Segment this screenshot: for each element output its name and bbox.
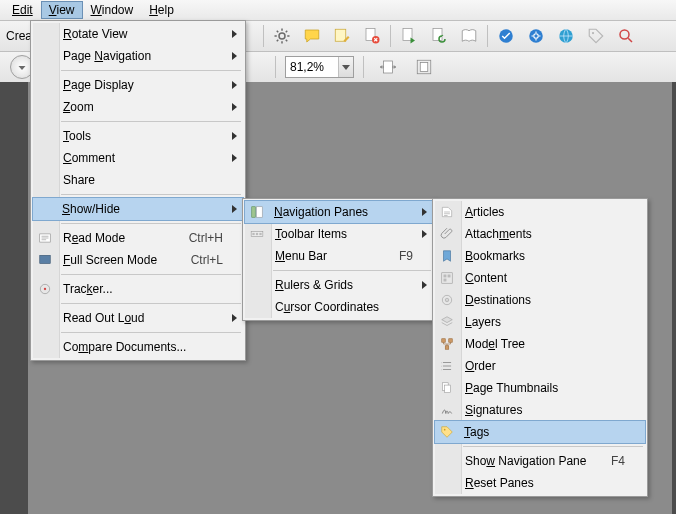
mi-reset-panes[interactable]: Reset Panes: [435, 472, 645, 494]
attachments-icon: [439, 226, 455, 242]
zoom-dropdown-button[interactable]: [338, 57, 353, 77]
mi-cursor-coordinates[interactable]: Cursor Coordinates: [245, 296, 433, 318]
destinations-icon: [439, 292, 455, 308]
menu-window[interactable]: Window: [83, 1, 142, 19]
svg-rect-27: [448, 275, 451, 278]
mi-show-hide[interactable]: Show/Hide: [32, 197, 244, 221]
svg-point-7: [529, 29, 543, 43]
zoom-combo[interactable]: [285, 56, 354, 78]
svg-rect-28: [444, 279, 447, 282]
toolbar-items-icon: [249, 226, 265, 242]
svg-rect-23: [256, 233, 258, 235]
doc-delete-icon[interactable]: [361, 25, 383, 47]
navpanes-icon: [249, 204, 265, 220]
thumbnails-icon: [439, 380, 455, 396]
read-mode-icon: [37, 230, 53, 246]
zoom-input[interactable]: [286, 60, 338, 74]
mi-navigation-panes[interactable]: Navigation Panes: [244, 200, 434, 224]
mi-rotate-view[interactable]: Rotate View: [33, 23, 243, 45]
svg-rect-24: [259, 233, 261, 235]
mi-model-tree[interactable]: Model Tree: [435, 333, 645, 355]
svg-point-37: [444, 429, 446, 431]
mi-share[interactable]: Share: [33, 169, 243, 191]
svg-rect-26: [444, 275, 447, 278]
mi-tools[interactable]: Tools: [33, 125, 243, 147]
svg-rect-33: [449, 339, 453, 343]
mi-tags[interactable]: Tags: [434, 420, 646, 444]
doc-next-icon[interactable]: [398, 25, 420, 47]
doc-refresh-icon[interactable]: [428, 25, 450, 47]
menu-edit[interactable]: Edit: [4, 1, 41, 19]
svg-rect-25: [442, 273, 453, 284]
nav-sidebar[interactable]: [0, 82, 28, 514]
svg-point-11: [620, 30, 629, 39]
bookmarks-icon: [439, 248, 455, 264]
mi-page-thumbnails[interactable]: Page Thumbnails: [435, 377, 645, 399]
globe-icon[interactable]: [555, 25, 577, 47]
mi-destinations[interactable]: Destinations: [435, 289, 645, 311]
svg-rect-34: [445, 346, 449, 350]
menu-help[interactable]: Help: [141, 1, 182, 19]
svg-rect-12: [384, 61, 393, 73]
svg-point-0: [279, 33, 285, 39]
menubar: Edit View Window Help: [0, 0, 676, 21]
layers-icon: [439, 314, 455, 330]
mi-read-out-loud[interactable]: Read Out Loud: [33, 307, 243, 329]
check-gear-icon[interactable]: [525, 25, 547, 47]
svg-rect-20: [256, 207, 262, 218]
model-tree-icon: [439, 336, 455, 352]
tags-icon: [439, 424, 455, 440]
create-label: Crea: [6, 29, 32, 43]
svg-rect-32: [442, 339, 446, 343]
mi-content[interactable]: Content: [435, 267, 645, 289]
navpanes-menu: Articles Attachments Bookmarks Content D…: [432, 198, 648, 497]
mi-layers[interactable]: Layers: [435, 311, 645, 333]
mi-comment[interactable]: Comment: [33, 147, 243, 169]
tracker-icon: [37, 281, 53, 297]
svg-rect-14: [420, 63, 428, 72]
mi-full-screen[interactable]: Full Screen ModeCtrl+L: [33, 249, 243, 271]
svg-point-10: [592, 32, 594, 34]
signatures-icon: [439, 402, 455, 418]
content-icon: [439, 270, 455, 286]
search-red-icon[interactable]: [615, 25, 637, 47]
svg-point-31: [446, 299, 447, 300]
svg-rect-36: [445, 385, 451, 393]
svg-point-18: [44, 288, 46, 290]
mi-signatures[interactable]: Signatures: [435, 399, 645, 421]
mi-attachments[interactable]: Attachments: [435, 223, 645, 245]
mi-order[interactable]: Order: [435, 355, 645, 377]
mi-tracker[interactable]: Tracker...: [33, 278, 243, 300]
mi-page-navigation[interactable]: Page Navigation: [33, 45, 243, 67]
order-icon: [439, 358, 455, 374]
showhide-menu: Navigation Panes Toolbar Items Menu BarF…: [242, 198, 436, 321]
svg-rect-16: [40, 255, 51, 263]
svg-rect-5: [433, 29, 442, 41]
mi-show-navigation-pane[interactable]: Show Navigation PaneF4: [435, 450, 645, 472]
menu-view[interactable]: View: [41, 1, 83, 19]
mi-toolbar-items[interactable]: Toolbar Items: [245, 223, 433, 245]
book-icon[interactable]: [458, 25, 480, 47]
svg-rect-19: [252, 207, 256, 218]
fullscreen-icon: [37, 252, 53, 268]
mi-bookmarks[interactable]: Bookmarks: [435, 245, 645, 267]
gear-icon[interactable]: [271, 25, 293, 47]
mi-compare-documents[interactable]: Compare Documents...: [33, 336, 243, 358]
fit-width-icon[interactable]: [377, 56, 399, 78]
note-edit-icon[interactable]: [331, 25, 353, 47]
mi-menu-bar[interactable]: Menu BarF9: [245, 245, 433, 267]
mi-rulers-grids[interactable]: Rulers & Grids: [245, 274, 433, 296]
comment-icon[interactable]: [301, 25, 323, 47]
articles-icon: [439, 204, 455, 220]
svg-rect-1: [335, 29, 346, 41]
view-menu: Rotate View Page Navigation Page Display…: [30, 20, 246, 361]
fit-page-icon[interactable]: [413, 56, 435, 78]
mi-zoom[interactable]: Zoom: [33, 96, 243, 118]
svg-rect-22: [252, 233, 254, 235]
mi-page-display[interactable]: Page Display: [33, 74, 243, 96]
check-blue-icon[interactable]: [495, 25, 517, 47]
mi-read-mode[interactable]: Read ModeCtrl+H: [33, 227, 243, 249]
tag-outline-icon[interactable]: [585, 25, 607, 47]
mi-articles[interactable]: Articles: [435, 201, 645, 223]
